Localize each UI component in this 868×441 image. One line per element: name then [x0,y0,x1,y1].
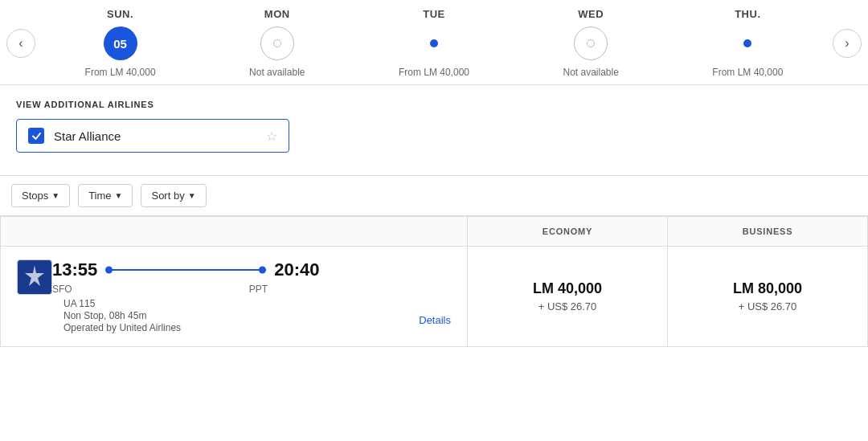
date-col-sun[interactable]: SUN. 05 From LM 40,000 [68,8,173,78]
flight-number: UA 115 [63,298,451,309]
dates-row: SUN. 05 From LM 40,000 MON Not available… [42,8,826,78]
arrive-time: 20:40 [274,259,319,280]
sort-by-filter-btn[interactable]: Sort by ▼ [141,184,206,207]
flight-cell: 13:55 20:40 SFO PPT [1,247,467,346]
day-label-sun: SUN. [107,8,133,20]
dot-wed [587,39,595,47]
arrive-airport: PPT [249,284,268,295]
flight-line-wrapper [105,269,266,271]
dot-mon [273,39,281,47]
date-col-mon[interactable]: MON Not available [225,8,330,78]
next-date-btn[interactable]: › [833,29,862,58]
table-row: 13:55 20:40 SFO PPT [1,247,868,347]
stops-filter-btn[interactable]: Stops ▼ [11,184,70,207]
date-col-thu[interactable]: THU. From LM 40,000 [695,8,800,78]
details-link[interactable]: Details [419,314,451,326]
business-price-cell[interactable]: LM 80,000 + US$ 26.70 [668,247,868,347]
day-label-tue: TUE [423,8,445,20]
economy-price-fee: + US$ 26.70 [484,300,651,312]
star-icon[interactable]: ☆ [266,129,277,144]
business-price-main: LM 80,000 [684,280,851,297]
filters-table-wrapper: Stops ▼ Time ▼ Sort by ▼ ECONOMY BUSINES… [0,175,868,347]
date-circle-tue[interactable] [417,27,451,60]
price-sun: From LM 40,000 [85,67,156,78]
price-thu: From LM 40,000 [712,67,783,78]
day-label-mon: MON [264,8,290,20]
stops-arrow-icon: ▼ [51,191,59,200]
th-business: BUSINESS [668,217,868,247]
date-circle-wed[interactable] [574,27,608,60]
time-arrow-icon: ▼ [115,191,123,200]
flight-stops: Non Stop, 08h 45m [63,310,451,321]
times-row: 13:55 20:40 [52,259,451,280]
day-label-wed: WED [578,8,604,20]
flight-details-row: UA 115 Non Stop, 08h 45m Operated by Uni… [17,298,451,333]
date-selector: ‹ SUN. 05 From LM 40,000 MON Not availab… [0,0,868,85]
prev-date-btn[interactable]: ‹ [6,29,35,58]
business-price: LM 80,000 + US$ 26.70 [668,264,867,329]
date-col-wed[interactable]: WED Not available [538,8,643,78]
alliance-name: Star Alliance [54,129,121,143]
date-circle-mon[interactable] [260,27,294,60]
results-table: ECONOMY BUSINESS [0,216,868,347]
economy-price: LM 40,000 + US$ 26.70 [468,264,667,329]
flight-info-row: 13:55 20:40 SFO PPT [17,259,451,295]
alliance-checkbox[interactable] [28,128,44,144]
price-wed: Not available [563,67,618,78]
date-circle-sun[interactable]: 05 [104,27,137,60]
dot-thu [743,39,751,47]
date-col-tue[interactable]: TUE From LM 40,000 [382,8,486,78]
economy-price-cell[interactable]: LM 40,000 + US$ 26.70 [468,247,668,347]
airline-logo [17,259,52,295]
dot-tue [430,39,438,47]
flight-line [105,269,266,271]
day-label-thu: THU. [735,8,760,20]
economy-price-main: LM 40,000 [484,280,651,297]
additional-airlines-title: VIEW ADDITIONAL AIRLINES [16,100,852,109]
th-economy: ECONOMY [468,217,668,247]
filters-row: Stops ▼ Time ▼ Sort by ▼ [0,175,868,216]
time-filter-btn[interactable]: Time ▼ [78,184,133,207]
flight-info-cell: 13:55 20:40 SFO PPT [1,247,468,347]
alliance-left: Star Alliance [28,128,121,144]
depart-airport: SFO [52,284,72,295]
date-circle-thu[interactable] [731,27,764,60]
flight-operator: Operated by United Airlines [63,322,181,333]
sortby-arrow-icon: ▼ [188,191,196,200]
additional-airlines-section: VIEW ADDITIONAL AIRLINES Star Alliance ☆ [0,85,868,161]
business-price-fee: + US$ 26.70 [684,300,851,312]
alliance-box[interactable]: Star Alliance ☆ [16,119,289,153]
price-tue: From LM 40,000 [399,67,469,78]
depart-time: 13:55 [52,259,97,280]
price-mon: Not available [249,67,305,78]
th-flight [1,217,468,247]
